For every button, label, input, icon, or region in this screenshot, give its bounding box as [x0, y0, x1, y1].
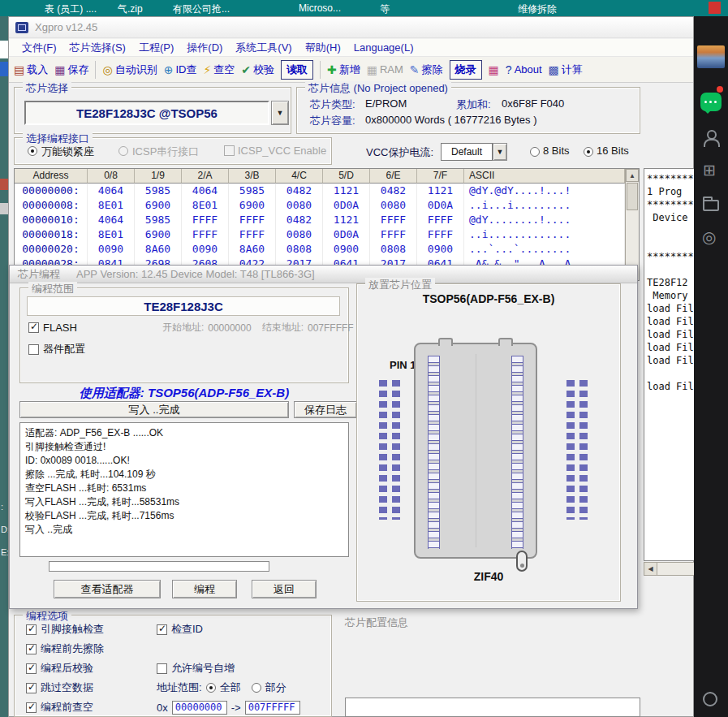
- hex-data-cell[interactable]: 0080: [370, 198, 417, 213]
- verify-after-checkbox[interactable]: [26, 663, 37, 674]
- hex-data-cell[interactable]: FFFF: [417, 227, 464, 242]
- hex-data-cell[interactable]: 1121: [417, 184, 464, 198]
- device-config-checkbox[interactable]: [28, 344, 39, 355]
- menu-item[interactable]: Language(L): [347, 41, 420, 54]
- socket-radio[interactable]: [28, 146, 37, 156]
- taskbar-window-button[interactable]: 气.zip: [118, 2, 143, 16]
- hex-data-cell[interactable]: 1121: [323, 213, 370, 227]
- menu-item[interactable]: 芯片选择(S): [63, 41, 132, 55]
- scroll-up-button[interactable]: [626, 169, 639, 182]
- hex-data-cell[interactable]: 8A60: [135, 242, 182, 257]
- toolbar-button-calc[interactable]: ▩计算: [549, 63, 583, 77]
- toolbar-button-ram[interactable]: ▦RAM: [367, 63, 403, 76]
- hex-data-cell[interactable]: 0080: [276, 227, 323, 242]
- hex-vscrollbar[interactable]: [625, 169, 639, 280]
- hex-data-cell[interactable]: 0482: [276, 213, 323, 227]
- hex-address-cell[interactable]: 00000018:: [15, 227, 88, 242]
- hex-data-cell[interactable]: 8E01: [88, 227, 135, 242]
- icsp-vcc-checkbox[interactable]: [224, 145, 235, 156]
- device-log-hscrollbar[interactable]: [644, 562, 695, 576]
- toolbar-button-multi[interactable]: ▦: [489, 64, 499, 76]
- hex-data-cell[interactable]: 5985: [135, 184, 182, 198]
- contacts-icon[interactable]: [703, 130, 719, 146]
- hex-data-cell[interactable]: 0090: [182, 242, 229, 257]
- menu-item[interactable]: 工程(P): [132, 41, 180, 55]
- program-log-box[interactable]: 适配器: ADP_F56_EX-B ......OK 引脚接触检查通过! ID:…: [19, 422, 349, 557]
- range-part-radio[interactable]: [252, 683, 261, 693]
- hex-data-cell[interactable]: 8E01: [88, 198, 135, 213]
- toolbar-button-burn[interactable]: 烧录: [450, 60, 482, 80]
- toolbar-button-read[interactable]: 读取: [281, 60, 313, 80]
- hex-data-cell[interactable]: 5985: [229, 184, 276, 198]
- dialog-titlebar[interactable]: 芯片编程 APP Version: 12.45 Device Model: T4…: [10, 266, 637, 283]
- hex-data-cell[interactable]: 0D0A: [417, 198, 464, 213]
- hex-address-cell[interactable]: 00000010:: [15, 213, 88, 227]
- hex-address-cell[interactable]: 00000008:: [15, 198, 88, 213]
- menu-item[interactable]: 文件(F): [15, 41, 63, 55]
- workbench-icon[interactable]: [703, 162, 719, 179]
- toolbar-button-erase[interactable]: ✎擦除: [410, 63, 443, 77]
- toolbar-button-load[interactable]: ▤载入: [14, 63, 48, 77]
- taskbar-close-button[interactable]: [709, 2, 721, 14]
- hex-data-cell[interactable]: 8A60: [229, 242, 276, 257]
- toolbar-button-verify[interactable]: ✔校验: [241, 63, 274, 77]
- hex-data-cell[interactable]: 6900: [135, 198, 182, 213]
- back-button[interactable]: 返回: [252, 580, 317, 598]
- menu-item[interactable]: 系统工具(V): [229, 41, 298, 55]
- hex-data-cell[interactable]: FFFF: [229, 227, 276, 242]
- taskbar-window-button[interactable]: 有限公司抢...: [173, 2, 230, 16]
- chip-select-combo[interactable]: TE28F128J3C @TSOP56: [24, 101, 269, 125]
- hex-data-cell[interactable]: 1121: [323, 184, 370, 198]
- pin-check-checkbox[interactable]: [26, 624, 37, 635]
- taskbar-window-button[interactable]: Microso...: [299, 2, 341, 14]
- blank-before-checkbox[interactable]: [26, 702, 37, 713]
- save-log-button[interactable]: 保存日志: [294, 401, 357, 418]
- hex-data-cell[interactable]: FFFF: [370, 213, 417, 227]
- drive-icon[interactable]: [703, 200, 719, 211]
- hex-data-cell[interactable]: 5985: [135, 213, 182, 227]
- hex-data-cell[interactable]: 6900: [135, 227, 182, 242]
- hex-data-cell[interactable]: 0482: [370, 184, 417, 198]
- program-button[interactable]: 编程: [172, 580, 237, 598]
- vcc-combo[interactable]: Default: [441, 143, 493, 161]
- menu-item[interactable]: 帮助(H): [299, 41, 347, 55]
- menu-item[interactable]: 操作(D): [180, 41, 229, 55]
- taskbar-window-button[interactable]: 等: [380, 2, 390, 16]
- hex-data-cell[interactable]: FFFF: [182, 213, 229, 227]
- erase-before-checkbox[interactable]: [26, 644, 37, 654]
- photo-thumbnail[interactable]: [697, 45, 725, 68]
- range-from-input[interactable]: [172, 701, 227, 715]
- taskbar-window-button[interactable]: 维修拆除: [518, 2, 557, 16]
- taskbar-window-button[interactable]: 表 (员工) ....: [45, 2, 97, 16]
- bits16-radio[interactable]: [584, 147, 593, 157]
- hex-data-cell[interactable]: 0808: [370, 242, 417, 257]
- hex-data-cell[interactable]: FFFF: [182, 227, 229, 242]
- view-adapter-button[interactable]: 查看适配器: [54, 580, 161, 598]
- toolbar-button-save[interactable]: ▦保存: [54, 63, 88, 77]
- skip-blank-checkbox[interactable]: [26, 683, 37, 693]
- hex-data-cell[interactable]: 0482: [276, 184, 323, 198]
- toolbar-button-new[interactable]: ✚新增: [327, 63, 360, 77]
- hex-data-cell[interactable]: 0900: [323, 242, 370, 257]
- hex-address-cell[interactable]: 00000000:: [15, 184, 88, 198]
- icsp-radio[interactable]: [118, 146, 128, 156]
- hex-data-cell[interactable]: 6900: [229, 198, 276, 213]
- check-id-checkbox[interactable]: [157, 624, 167, 635]
- hex-address-cell[interactable]: 00000020:: [15, 242, 88, 257]
- hex-data-cell[interactable]: 0D0A: [323, 227, 370, 242]
- hex-data-cell[interactable]: 8E01: [182, 198, 229, 213]
- hex-data-cell[interactable]: FFFF: [229, 213, 276, 227]
- hex-data-cell[interactable]: 4064: [88, 213, 135, 227]
- hex-data-cell[interactable]: FFFF: [370, 227, 417, 242]
- hex-data-cell[interactable]: 4064: [182, 184, 229, 198]
- discover-icon[interactable]: [702, 229, 718, 245]
- chip-select-dropdown-button[interactable]: [271, 101, 289, 125]
- hex-data-cell[interactable]: FFFF: [417, 213, 464, 227]
- chat-icon[interactable]: [700, 93, 722, 111]
- hex-data-cell[interactable]: 0D0A: [323, 198, 370, 213]
- profile-icon[interactable]: [703, 692, 717, 706]
- hex-data-cell[interactable]: 4064: [88, 184, 135, 198]
- vcc-dropdown-button[interactable]: [493, 143, 507, 161]
- hex-data-cell[interactable]: 0090: [88, 242, 135, 257]
- hex-data-cell[interactable]: 0080: [276, 198, 323, 213]
